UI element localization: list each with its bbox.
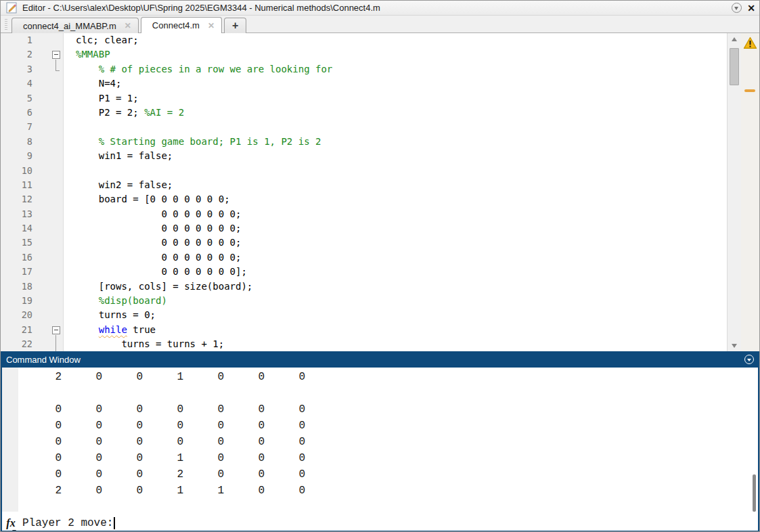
matrix-value: 0 <box>224 466 265 483</box>
matrix-value: 0 <box>62 434 102 450</box>
fold-column <box>32 207 64 221</box>
matrix-value: 0 <box>143 418 183 434</box>
line-number: 6 <box>1 106 32 120</box>
fx-icon[interactable]: fx <box>2 515 20 531</box>
editor-line[interactable]: 20 turns = 0; <box>1 308 727 322</box>
matrix-value: 0 <box>183 434 224 450</box>
matrix-value: 0 <box>265 466 305 483</box>
matrix-value: 0 <box>62 466 102 483</box>
scroll-down-button[interactable] <box>728 340 741 351</box>
output-row: 0002000 <box>2 466 758 483</box>
matrix-value: 0 <box>265 369 305 385</box>
line-number: 18 <box>1 280 32 294</box>
matrix-value: 0 <box>102 450 143 466</box>
text-cursor <box>114 517 115 529</box>
window-close-button[interactable]: ✕ <box>747 3 755 13</box>
input-prompt-line[interactable]: fx Player 2 move: <box>2 515 758 531</box>
code-fold-toggle[interactable] <box>32 47 64 62</box>
editor-line[interactable]: 17 0 0 0 0 0 0 0]; <box>1 265 727 279</box>
output-row: 2001100 <box>2 483 758 499</box>
editor-line[interactable]: 3 % # of pieces in a row we are looking … <box>1 62 727 76</box>
new-tab-button[interactable]: + <box>224 18 246 33</box>
editor-lines: 1clc; clear;2%MMABP3 % # of pieces in a … <box>1 33 727 351</box>
editor-line[interactable]: 9 win1 = false; <box>1 149 727 163</box>
panel-menu-button[interactable] <box>744 355 754 364</box>
matrix-value: 0 <box>265 418 305 434</box>
code-fold-toggle[interactable] <box>32 323 64 337</box>
editor-region: 1clc; clear;2%MMABP3 % # of pieces in a … <box>1 33 759 351</box>
editor-line[interactable]: 16 0 0 0 0 0 0 0; <box>1 250 727 265</box>
line-number: 1 <box>1 33 32 47</box>
command-window-body[interactable]: 2001000000000000000000000000000100000020… <box>1 368 759 532</box>
matrix-value: 0 <box>224 401 265 418</box>
fold-column <box>32 178 64 192</box>
line-number: 8 <box>1 135 32 149</box>
undock-menu-button[interactable] <box>730 2 743 14</box>
output-row: 0001000 <box>2 450 758 466</box>
output-row: 2001000 <box>2 369 758 385</box>
editor-line[interactable]: 22 turns = turns + 1; <box>1 337 727 351</box>
chevron-down-icon <box>747 359 751 361</box>
code-token: turns = turns + 1; <box>76 338 224 349</box>
command-window-header[interactable]: Command Window <box>1 351 759 368</box>
scrollbar-thumb[interactable] <box>730 48 739 85</box>
line-number: 7 <box>1 120 32 134</box>
editor-line[interactable]: 1clc; clear; <box>1 33 727 47</box>
editor-vertical-scrollbar[interactable] <box>727 33 741 351</box>
line-number: 12 <box>1 192 32 206</box>
code-token: board = [0 0 0 0 0 0 0; <box>76 194 230 204</box>
matrix-value: 0 <box>224 450 265 466</box>
fold-column <box>32 294 64 308</box>
matrix-value: 0 <box>21 434 62 450</box>
scroll-up-button[interactable] <box>728 33 741 45</box>
line-number: 4 <box>1 76 32 91</box>
code-token: N=4; <box>76 78 121 89</box>
matrix-value: 0 <box>224 418 265 434</box>
editor-line[interactable]: 2%MMABP <box>1 47 727 62</box>
editor-line[interactable]: 18 [rows, cols] = size(board); <box>1 280 727 294</box>
matrix-value: 1 <box>143 483 183 499</box>
code-token: turns = 0; <box>76 309 156 320</box>
editor-line[interactable]: 10 <box>1 164 727 178</box>
editor-line[interactable]: 19 %disp(board) <box>1 294 727 308</box>
editor-line[interactable]: 11 win2 = false; <box>1 178 727 192</box>
matrix-value: 0 <box>224 369 265 385</box>
editor-line[interactable]: 5 P1 = 1; <box>1 91 727 106</box>
editor-line[interactable]: 21 while true <box>1 323 727 337</box>
warning-icon[interactable] <box>743 37 757 49</box>
editor-line[interactable]: 4 N=4; <box>1 76 727 91</box>
keyword-token: while <box>99 324 127 335</box>
matrix-value: 0 <box>183 401 224 418</box>
code-text: board = [0 0 0 0 0 0 0; <box>64 192 230 206</box>
editor-line[interactable]: 6 P2 = 2; %AI = 2 <box>1 106 727 120</box>
line-number: 11 <box>1 178 32 192</box>
editor-line[interactable]: 12 board = [0 0 0 0 0 0 0; <box>1 192 727 206</box>
tabbar-grip-handle[interactable] <box>3 19 8 30</box>
editor-line[interactable]: 13 0 0 0 0 0 0 0; <box>1 207 727 221</box>
fold-column <box>32 33 64 47</box>
code-text: N=4; <box>64 76 121 91</box>
fold-column <box>32 236 64 250</box>
code-text: 0 0 0 0 0 0 0; <box>64 236 241 250</box>
matrix-value: 0 <box>21 450 62 466</box>
code-editor[interactable]: 1clc; clear;2%MMABP3 % # of pieces in a … <box>1 33 727 351</box>
code-token: P1 = 1; <box>76 93 139 104</box>
tab-connect4[interactable]: Connect4.m ✕ <box>141 17 222 33</box>
code-token <box>76 324 99 335</box>
editor-line[interactable]: 7 <box>1 120 727 134</box>
warning-line-marker[interactable] <box>744 89 755 92</box>
matrix-value: 0 <box>224 483 265 499</box>
tab-close-icon[interactable]: ✕ <box>125 21 131 30</box>
tab-close-icon[interactable]: ✕ <box>208 21 215 30</box>
editor-line[interactable]: 14 0 0 0 0 0 0 0; <box>1 221 727 236</box>
tab-connect4-ai-mmabp[interactable]: connect4_ai_MMABP.m ✕ <box>12 18 139 33</box>
matrix-value: 1 <box>143 369 183 385</box>
command-window-panel: Command Window 2001000000000000000000000… <box>1 351 759 532</box>
output-row <box>2 385 758 401</box>
command-scrollbar-thumb[interactable] <box>753 474 756 512</box>
line-number: 21 <box>1 323 32 337</box>
editor-line[interactable]: 8 % Starting game board; P1 is 1, P2 is … <box>1 135 727 149</box>
editor-line[interactable]: 15 0 0 0 0 0 0 0; <box>1 236 727 250</box>
code-text: win2 = false; <box>64 178 173 192</box>
code-text: %MMABP <box>64 47 110 62</box>
